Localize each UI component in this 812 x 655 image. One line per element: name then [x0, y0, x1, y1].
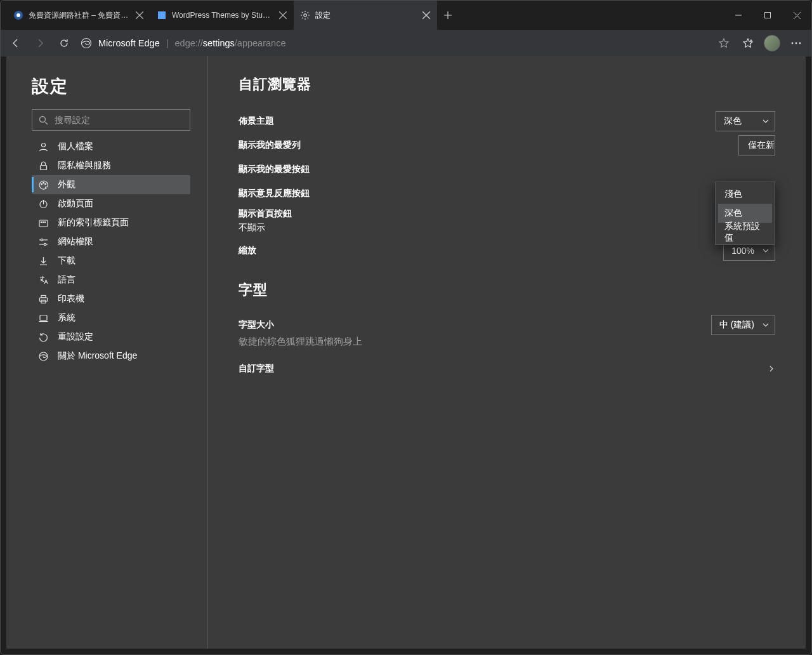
- theme-option-light[interactable]: 淺色: [718, 185, 772, 204]
- nav-profile[interactable]: 個人檔案: [32, 137, 190, 156]
- edge-icon: [38, 351, 49, 362]
- lock-icon: [38, 161, 49, 171]
- nav-startup[interactable]: 啟動頁面: [32, 194, 190, 213]
- nav-system[interactable]: 系統: [32, 308, 190, 328]
- row-custom-fonts[interactable]: 自訂字型: [239, 357, 775, 381]
- download-icon: [38, 256, 49, 267]
- chevron-down-icon: [762, 117, 769, 125]
- nav-appearance[interactable]: 外觀: [32, 175, 190, 194]
- window-controls: [724, 1, 811, 30]
- favicon-generic-icon: [13, 10, 23, 20]
- edge-logo-icon: [81, 37, 92, 49]
- profile-avatar-button[interactable]: [761, 32, 783, 55]
- svg-point-21: [799, 43, 801, 44]
- nav-reset[interactable]: 重設設定: [32, 328, 190, 347]
- nav-newtab[interactable]: 新的索引標籤頁面: [32, 213, 190, 232]
- home-button-sub: 不顯示: [239, 222, 775, 234]
- svg-point-22: [40, 116, 46, 122]
- row-feedback-button: 顯示意見反應按鈕: [239, 182, 775, 206]
- nav-about[interactable]: 關於 Microsoft Edge: [32, 347, 190, 366]
- more-menu-button[interactable]: [785, 32, 808, 55]
- gear-icon: [300, 10, 310, 20]
- svg-point-24: [42, 143, 46, 147]
- favorite-outline-icon[interactable]: [712, 32, 735, 55]
- favorites-button-label: 顯示我的最愛按鈕: [239, 164, 775, 175]
- theme-option-dark[interactable]: 深色: [718, 204, 772, 223]
- nav-downloads[interactable]: 下載: [32, 251, 190, 270]
- home-button-label: 顯示首頁按鈕: [239, 208, 750, 220]
- svg-rect-31: [39, 220, 48, 227]
- settings-sidebar: 設定 個人檔案 隱私權與服務 外觀 啟動頁面 新的索引標籤頁面 網站權限 下載 …: [6, 56, 208, 649]
- close-window-button[interactable]: [782, 1, 811, 30]
- svg-rect-42: [40, 315, 47, 320]
- section-customize-browser: 自訂瀏覽器: [239, 75, 775, 94]
- toolbar: Microsoft Edge | edge://settings/appeara…: [1, 30, 811, 56]
- font-size-label: 字型大小: [239, 319, 711, 331]
- font-size-dropdown[interactable]: 中 (建議): [711, 315, 775, 335]
- language-icon: [38, 275, 49, 286]
- row-font-size: 字型大小 中 (建議): [239, 315, 775, 335]
- nav-site-permissions[interactable]: 網站權限: [32, 232, 190, 251]
- nav-language[interactable]: 語言: [32, 270, 190, 289]
- svg-rect-40: [41, 295, 46, 298]
- close-icon[interactable]: [278, 11, 287, 20]
- svg-point-38: [44, 243, 46, 245]
- chevron-right-icon: [768, 365, 775, 373]
- search-input[interactable]: [55, 115, 183, 125]
- section-fonts: 字型: [239, 281, 775, 300]
- sliders-icon: [38, 237, 49, 248]
- page-title: 設定: [32, 75, 199, 98]
- settings-main: 自訂瀏覽器 佈景主題 深色 顯示我的最愛列 僅在新索引標籤上 顯示我的最愛按鈕 …: [208, 56, 806, 649]
- close-icon[interactable]: [422, 11, 431, 20]
- forward-button[interactable]: [29, 32, 51, 55]
- back-button[interactable]: [4, 32, 27, 55]
- row-favorites-button: 顯示我的最愛按鈕: [239, 157, 775, 182]
- search-icon: [39, 116, 48, 125]
- browser-tab[interactable]: WordPress Themes by StudioPres…: [150, 1, 294, 30]
- power-icon: [38, 199, 49, 209]
- svg-point-37: [41, 239, 43, 241]
- zoom-label: 縮放: [239, 245, 723, 256]
- tab-title: WordPress Themes by StudioPres…: [172, 11, 273, 20]
- maximize-button[interactable]: [753, 1, 782, 30]
- browser-tab[interactable]: 免費資源網路社群 – 免費資源指南…: [7, 1, 150, 30]
- svg-point-20: [796, 43, 797, 44]
- theme-dropdown[interactable]: 深色: [716, 111, 775, 131]
- svg-rect-4: [158, 11, 166, 19]
- minimize-button[interactable]: [724, 1, 753, 30]
- chevron-down-icon: [762, 321, 769, 329]
- close-icon[interactable]: [135, 11, 144, 20]
- font-sample-text: 敏捷的棕色狐狸跳過懶狗身上: [239, 335, 775, 348]
- svg-rect-25: [41, 165, 47, 169]
- person-icon: [38, 142, 49, 152]
- browser-tab-active[interactable]: 設定: [294, 1, 437, 30]
- address-bar[interactable]: Microsoft Edge | edge://settings/appeara…: [77, 33, 711, 53]
- theme-dropdown-menu: 淺色 深色 系統預設值: [715, 182, 775, 245]
- tab-title: 免費資源網路社群 – 免費資源指南…: [29, 10, 130, 21]
- refresh-button[interactable]: [53, 32, 75, 55]
- settings-nav: 個人檔案 隱私權與服務 外觀 啟動頁面 新的索引標籤頁面 網站權限 下載 語言 …: [32, 137, 199, 366]
- new-tab-button[interactable]: [437, 1, 459, 30]
- favicon-generic-icon: [157, 10, 167, 20]
- favorites-bar-dropdown[interactable]: 僅在新索引標籤上: [738, 135, 775, 155]
- settings-search[interactable]: [32, 109, 190, 131]
- avatar: [764, 35, 780, 51]
- settings-page: 設定 個人檔案 隱私權與服務 外觀 啟動頁面 新的索引標籤頁面 網站權限 下載 …: [6, 56, 806, 649]
- favorites-button[interactable]: [737, 32, 759, 55]
- feedback-button-label: 顯示意見反應按鈕: [239, 188, 750, 199]
- row-home-button: 顯示首頁按鈕: [239, 206, 775, 222]
- row-theme: 佈景主題 深色: [239, 109, 775, 133]
- tabstrip: 免費資源網路社群 – 免費資源指南… WordPress Themes by S…: [1, 1, 724, 30]
- row-favorites-bar: 顯示我的最愛列 僅在新索引標籤上: [239, 133, 775, 157]
- address-label: Microsoft Edge: [98, 38, 160, 48]
- svg-point-27: [43, 182, 44, 183]
- svg-point-1: [16, 13, 20, 17]
- tab-title: 設定: [315, 10, 417, 21]
- nav-privacy[interactable]: 隱私權與服務: [32, 156, 190, 175]
- row-zoom: 縮放 100%: [239, 239, 775, 263]
- reset-icon: [38, 332, 49, 343]
- theme-label: 佈景主題: [239, 116, 716, 127]
- nav-printer[interactable]: 印表機: [32, 289, 190, 308]
- svg-point-28: [45, 183, 46, 185]
- theme-option-system[interactable]: 系統預設值: [718, 223, 772, 242]
